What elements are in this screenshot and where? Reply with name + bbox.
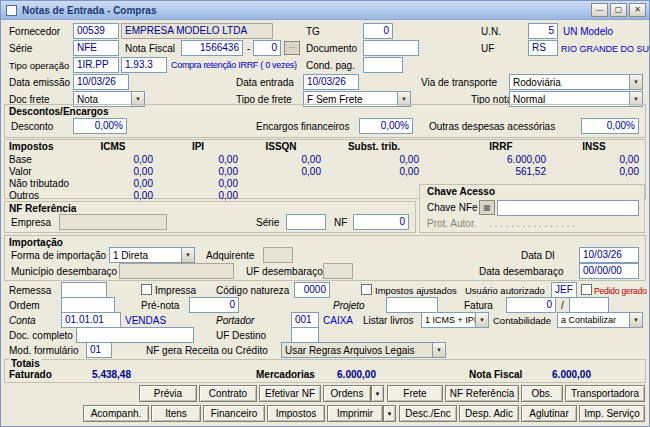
- via-transporte-combo[interactable]: Rodoviária ▼: [509, 74, 643, 90]
- nf-gera-combo[interactable]: Usar Regras Arquivos Legais ▼: [281, 342, 446, 358]
- imp-servico-button[interactable]: Imp. Serviço: [579, 405, 645, 422]
- fornecedor-code-field[interactable]: 00539: [73, 23, 119, 39]
- desp-adic-button[interactable]: Desp. Adic: [459, 405, 519, 422]
- encargos-field[interactable]: 0,00%: [359, 118, 413, 134]
- projeto-label: Projeto: [333, 300, 365, 311]
- data-emissao-field[interactable]: 10/03/26: [73, 74, 129, 90]
- previa-button[interactable]: Prévia: [139, 385, 197, 402]
- maximize-icon[interactable]: ▢: [610, 3, 627, 17]
- nf-referencia-title: NF Referência: [9, 203, 76, 214]
- impostos-header-irrf: IRRF: [456, 141, 546, 152]
- usuario-autorizado-field[interactable]: JEF: [551, 282, 577, 298]
- nf-referencia-button[interactable]: NF Referência: [445, 385, 519, 402]
- impostos-cell: 0,00: [158, 190, 238, 201]
- imprimir-dropdown-button[interactable]: ▼: [383, 405, 396, 422]
- ordens-dropdown-button[interactable]: ▼: [371, 385, 384, 402]
- nota-fiscal-numero-field[interactable]: 1566436: [181, 40, 243, 56]
- projeto-field[interactable]: [386, 297, 438, 313]
- imprimir-button[interactable]: Imprimir: [327, 405, 383, 422]
- conta-desc-text: VENDAS: [125, 315, 166, 326]
- close-icon[interactable]: ✕: [629, 3, 646, 17]
- impressa-checkbox[interactable]: [141, 284, 152, 295]
- tipo-operacao-cfop-field[interactable]: 1.93.3: [121, 57, 167, 73]
- chevron-down-icon[interactable]: ▼: [475, 313, 488, 327]
- pre-nota-field[interactable]: 0: [189, 297, 239, 313]
- chevron-down-icon[interactable]: ▼: [432, 343, 445, 357]
- listar-livros-label: Listar livros: [363, 315, 414, 326]
- mod-formulario-field[interactable]: 01: [86, 342, 112, 358]
- municipio-desembaraco-label: Município desembaraço: [11, 266, 117, 277]
- data-di-field[interactable]: 10/03/26: [579, 247, 639, 263]
- mod-formulario-label: Mod. formulário: [9, 345, 78, 356]
- fatura-parcela-field[interactable]: [569, 297, 609, 313]
- nota-fiscal-lookup-button[interactable]: ...: [284, 41, 300, 55]
- window-title: Notas de Entrada - Compras: [22, 5, 589, 16]
- title-bar: Notas de Entrada - Compras — ▢ ✕: [1, 1, 649, 20]
- obs-button[interactable]: Obs.: [521, 385, 563, 402]
- nfref-empresa-label: Empresa: [11, 217, 51, 228]
- chevron-down-icon[interactable]: ▼: [629, 75, 642, 89]
- data-desembaraco-field[interactable]: 00/00/00: [579, 263, 639, 279]
- itens-button[interactable]: Itens: [151, 405, 201, 422]
- barcode-icon[interactable]: ▦: [479, 200, 495, 215]
- nota-fiscal-separator: -: [247, 43, 250, 54]
- fatura-field[interactable]: 0: [506, 297, 556, 313]
- uf-desembaraco-field: [323, 263, 353, 279]
- nota-fiscal-sufixo-field[interactable]: 0: [253, 40, 281, 56]
- portador-field[interactable]: 001: [291, 312, 319, 328]
- impostos-cell: 0,00: [73, 190, 153, 201]
- nfref-serie-field[interactable]: [286, 214, 326, 230]
- transportadora-button[interactable]: Transportadora: [565, 385, 645, 402]
- contrato-button[interactable]: Contrato: [199, 385, 257, 402]
- un-field[interactable]: 5: [528, 23, 558, 39]
- contabilidade-combo[interactable]: a Contabilizar ▼: [557, 312, 643, 328]
- documento-field[interactable]: [363, 40, 419, 56]
- chevron-down-icon[interactable]: ▼: [629, 313, 642, 327]
- minimize-icon[interactable]: —: [591, 3, 608, 17]
- codigo-natureza-field[interactable]: 0000: [294, 282, 330, 298]
- impostos-cell: 0,00: [329, 154, 419, 165]
- impostos-row-label: Valor: [9, 166, 32, 177]
- faturado-value: 5.438,48: [61, 369, 131, 380]
- impostos-ajustados-checkbox[interactable]: [361, 284, 372, 295]
- serie-field[interactable]: NFE: [73, 40, 119, 56]
- frete-button[interactable]: Frete: [387, 385, 443, 402]
- uf-destino-field[interactable]: [291, 327, 319, 343]
- cond-pag-field[interactable]: [363, 57, 403, 73]
- impostos-header-ipi: IPI: [158, 141, 238, 152]
- impostos-row-label: Outros: [9, 190, 39, 201]
- ordens-button[interactable]: Ordens: [323, 385, 371, 402]
- tipo-operacao-code-field[interactable]: 1IR.PP: [73, 57, 119, 73]
- aglutinar-button[interactable]: Aglutinar: [521, 405, 577, 422]
- doc-completo-label: Doc. completo: [9, 330, 73, 341]
- desc-enc-button[interactable]: Desc./Enc: [399, 405, 457, 422]
- contabilidade-label: Contabilidade: [493, 315, 551, 326]
- desconto-field[interactable]: 0,00%: [73, 118, 127, 134]
- impostos-cell: 0,00: [241, 154, 321, 165]
- doc-completo-field[interactable]: [76, 327, 194, 343]
- nfref-serie-label: Série: [256, 217, 279, 228]
- conta-field[interactable]: 01.01.01: [61, 312, 121, 328]
- uf-field[interactable]: RS: [528, 40, 558, 56]
- remessa-field[interactable]: [61, 282, 107, 298]
- pedido-gerado-label: Pedido gerado: [594, 286, 647, 296]
- acompanh-button[interactable]: Acompanh.: [83, 405, 149, 422]
- data-entrada-field[interactable]: 10/03/26: [303, 74, 359, 90]
- app-icon: [6, 5, 17, 16]
- ordem-field[interactable]: [61, 297, 115, 313]
- impostos-button[interactable]: Impostos: [267, 405, 325, 422]
- outras-despesas-field[interactable]: 0,00%: [581, 118, 639, 134]
- listar-livros-combo[interactable]: 1 ICMS + IPI ▼: [421, 312, 489, 328]
- efetivar-nf-button[interactable]: Efetivar NF: [259, 385, 321, 402]
- conta-label: Conta: [9, 315, 36, 326]
- tg-field[interactable]: 0: [363, 23, 393, 39]
- chevron-down-icon[interactable]: ▼: [181, 248, 194, 262]
- pedido-gerado-checkbox[interactable]: [581, 284, 592, 295]
- forma-importacao-combo[interactable]: 1 Direta ▼: [109, 247, 195, 263]
- nfref-nf-field[interactable]: 0: [353, 214, 409, 230]
- impostos-cell: 0,00: [158, 166, 238, 177]
- adquirente-label: Adquirente: [206, 250, 254, 261]
- financeiro-button[interactable]: Financeiro: [203, 405, 265, 422]
- chave-nfe-field[interactable]: [497, 200, 639, 216]
- portador-desc-text: CAIXA: [323, 315, 353, 326]
